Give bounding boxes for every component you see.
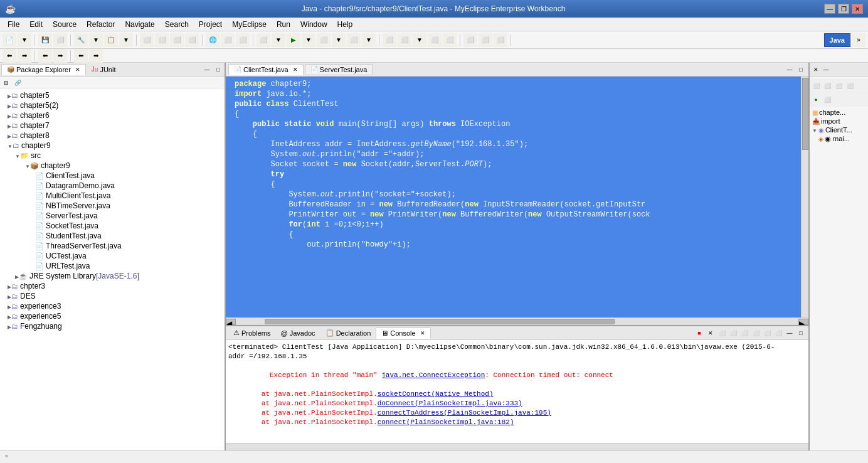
outline-btn2[interactable]: ⬜ [822, 81, 832, 91]
fold-btn-8[interactable] [228, 149, 235, 159]
toolbar-dropdown3[interactable]: ▼ [119, 33, 133, 47]
collapse-all-button[interactable]: ⊟ [1, 78, 11, 88]
tree-item-chapter8[interactable]: 🗂 chapter8 [0, 130, 225, 141]
tree-item-package-chapter9[interactable]: 📦 chapter9 [0, 161, 225, 171]
scroll-right-btn[interactable]: ▶ [798, 319, 808, 325]
toolbar-btn3[interactable]: 🔧 [74, 33, 88, 47]
console-minimize[interactable]: — [785, 328, 795, 338]
fwd-button[interactable]: ➡ [18, 49, 31, 63]
tree-item-threadservertest[interactable]: 📄 ThreadServerTest.java [0, 241, 225, 251]
console-maximize[interactable]: □ [796, 328, 806, 338]
console-btn8[interactable]: ⬜ [773, 328, 783, 338]
editor-maximize[interactable]: □ [796, 65, 806, 75]
expand-pkg-chapter9[interactable] [25, 161, 30, 170]
toolbar-dropdown6[interactable]: ▼ [332, 33, 346, 47]
new-button[interactable]: 📄 [3, 33, 16, 47]
toolbar-btn7[interactable]: ⬜ [170, 33, 184, 47]
tree-item-chpter3[interactable]: 🗂 chpter3 [0, 281, 225, 291]
outline-item-class[interactable]: ◉ ClientT... [811, 125, 867, 134]
menu-edit[interactable]: Edit [24, 19, 48, 30]
toolbar-dropdown2[interactable]: ▼ [89, 33, 103, 47]
tree-item-chapter5[interactable]: 🗂 chapter5 [0, 90, 225, 100]
toolbar-btn14[interactable]: ⬜ [347, 33, 361, 47]
perspective-java[interactable]: Java [824, 33, 850, 47]
tree-item-datagramdemo[interactable]: 📄 DatagramDemo.java [0, 181, 225, 191]
fold-btn-15[interactable] [228, 220, 235, 230]
console-link-3[interactable]: doConnect(PlainSocketImpl.java:333) [378, 400, 522, 407]
toolbar-dropdown5[interactable]: ▼ [302, 33, 315, 47]
fold-btn-14[interactable] [228, 210, 235, 220]
vertical-scrollbar[interactable] [801, 77, 808, 317]
console-link-2[interactable]: socketConnect(Native Method) [378, 390, 494, 398]
menu-refactor[interactable]: Refactor [82, 19, 120, 30]
junit-tab[interactable]: Ju JUnit [86, 64, 122, 75]
console-btn6[interactable]: ⬜ [751, 328, 761, 338]
tree-item-fengzhuang[interactable]: 🗂 Fengzhuang [0, 321, 225, 331]
tab-clienttest[interactable]: 📄 ClientTest.java ✕ [228, 64, 304, 75]
scroll-left-btn[interactable]: ◀ [226, 319, 236, 325]
console-stop-button[interactable]: ■ [694, 328, 704, 338]
tree-item-studenttest[interactable]: 📄 StudentTest.java [0, 231, 225, 241]
menu-myeclipse[interactable]: MyEclipse [227, 19, 272, 30]
code-editor[interactable]: package chapter9; + import java.io.*; pu… [226, 77, 808, 317]
fold-btn-3[interactable] [228, 99, 235, 109]
tree-item-urltest[interactable]: 📄 URLTest.java [0, 261, 225, 271]
save-button[interactable]: 💾 [38, 33, 52, 47]
tree-item-multiclienttest[interactable]: 📄 MultiClientTest.java [0, 191, 225, 201]
console-clear-button[interactable]: ✕ [706, 328, 716, 338]
toolbar-btn6[interactable]: ⬜ [155, 33, 169, 47]
menu-source[interactable]: Source [48, 19, 82, 30]
toolbar-dropdown4[interactable]: ▼ [272, 33, 285, 47]
toolbar-dropdown7[interactable]: ▼ [362, 33, 376, 47]
tree-item-experience3[interactable]: 🗂 experience3 [0, 301, 225, 311]
outline-minimize[interactable]: — [821, 65, 831, 75]
scrollbar-thumb-h[interactable] [265, 319, 614, 324]
tree-item-chapter6[interactable]: 🗂 chapter6 [0, 110, 225, 120]
console-scrollbar[interactable] [226, 443, 808, 450]
menu-run[interactable]: Run [272, 19, 295, 30]
console-btn3[interactable]: ⬜ [717, 328, 727, 338]
scrollbar-thumb-v[interactable] [802, 78, 808, 150]
fold-btn-4[interactable]: - [228, 109, 235, 119]
link-editor-button[interactable]: 🔗 [13, 78, 23, 88]
console-link-4[interactable]: connectToAddress(PlainSocketImpl.java:19… [378, 409, 551, 417]
outline-item-import[interactable]: 📥 import [811, 117, 867, 125]
next-edit-button[interactable]: ➡ [53, 49, 67, 63]
tab-close1[interactable]: ✕ [293, 67, 298, 73]
outline-btn4[interactable]: ⬜ [845, 81, 855, 91]
outline-btn3[interactable]: ⬜ [834, 81, 844, 91]
console-btn4[interactable]: ⬜ [728, 328, 738, 338]
tree-item-src[interactable]: 📁 src [0, 151, 225, 161]
menu-navigate[interactable]: Navigate [120, 19, 159, 30]
toolbar-dropdown1[interactable]: ▼ [18, 33, 31, 47]
minimize-button[interactable]: — [824, 4, 835, 14]
outline-item-main[interactable]: ◈ ◉ mai... [811, 134, 867, 144]
toolbar-btn10[interactable]: ⬜ [221, 33, 235, 47]
tab-javadoc[interactable]: @ Javadoc [275, 328, 320, 338]
fold-btn-7[interactable] [228, 139, 235, 149]
toolbar-btn13[interactable]: ⬜ [317, 33, 331, 47]
expand-class[interactable] [812, 126, 817, 134]
editor-minimize[interactable]: — [785, 65, 795, 75]
expand-src[interactable] [15, 151, 20, 160]
toolbar-btn2[interactable]: ⬜ [53, 33, 67, 47]
window-controls[interactable]: — ❐ ✕ [824, 4, 863, 14]
toolbar-btn18[interactable]: ⬜ [443, 33, 457, 47]
expand-chapter9[interactable] [8, 141, 13, 150]
tab-problems[interactable]: ⚠ Problems [228, 327, 275, 338]
package-explorer-tab[interactable]: 📦 Package Explorer ✕ [1, 64, 86, 75]
fold-btn-10[interactable] [228, 169, 235, 179]
menu-window[interactable]: Window [295, 19, 332, 30]
toolbar-btn8[interactable]: ⬜ [185, 33, 199, 47]
fold-btn-5[interactable] [228, 119, 235, 129]
tree-item-experience5[interactable]: 🗂 experience5 [0, 311, 225, 321]
toolbar-dropdown8[interactable]: ▼ [413, 33, 426, 47]
fold-btn-2[interactable]: + [228, 89, 235, 99]
tree-item-chapter7[interactable]: 🗂 chapter7 [0, 120, 225, 130]
outline-btn5[interactable]: ● [811, 95, 821, 105]
tree-item-servertest[interactable]: 📄 ServerTest.java [0, 211, 225, 221]
fold-btn-13[interactable] [228, 200, 235, 210]
tree-item-chapter9[interactable]: 🗂 chapter9 [0, 141, 225, 151]
menu-search[interactable]: Search [160, 19, 194, 30]
toolbar-btn12[interactable]: ⬜ [257, 33, 270, 47]
